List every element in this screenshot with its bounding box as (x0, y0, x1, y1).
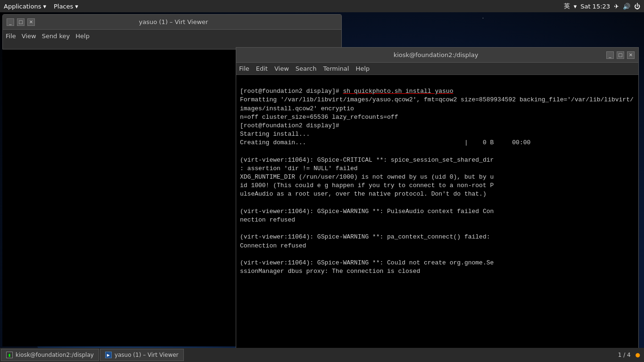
virt-viewer-close-button[interactable]: ✕ (27, 18, 35, 26)
taskbar-top: Applications ▾ Places ▾ 英 ▾ Sat 15:23 ✈ … (0, 0, 644, 12)
virt-viewer-content-area (2, 49, 238, 346)
virt-icon: ▶ (105, 352, 112, 358)
virt-viewer-menu-view[interactable]: View (22, 33, 36, 40)
output-warning-3: (virt-viewer:11064): GSpice-WARNING **: … (240, 259, 494, 275)
terminal-menu-help[interactable]: Help (355, 65, 370, 72)
taskbar-bottom: ▮ kiosk@foundation2:/display ▶ yasuo (1)… (0, 348, 644, 362)
places-arrow-icon: ▾ (75, 3, 78, 10)
virt-viewer-maximize-button[interactable]: □ (17, 18, 25, 26)
terminal-icon: ▮ (6, 352, 13, 358)
prompt-line-2: [root@foundation2 display]# (240, 122, 339, 129)
places-menu[interactable]: Places ▾ (50, 0, 82, 12)
virt-viewer-menu-help[interactable]: Help (75, 33, 90, 40)
command-highlighted: sh quickphoto.sh install yasuo (343, 88, 453, 95)
places-label: Places (54, 3, 73, 10)
terminal-menu-view[interactable]: View (274, 65, 289, 72)
terminal-titlebar: kiosk@foundation2:/display _ □ ✕ (236, 48, 638, 63)
output-warning-1: (virt-viewer:11064): GSpice-WARNING **: … (240, 208, 494, 223)
taskbar-virt-label: yasuo (1) – Virt Viewer (115, 352, 179, 358)
page-counter: 1 / 4 (618, 352, 631, 358)
virt-viewer-minimize-button[interactable]: _ (7, 18, 14, 26)
terminal-window: kiosk@foundation2:/display _ □ ✕ File Ed… (236, 47, 639, 358)
circle-indicator: ● (636, 352, 640, 358)
taskbar-virt-item[interactable]: ▶ yasuo (1) – Virt Viewer (100, 349, 184, 361)
prompt-line-1: [root@foundation2 display]# (240, 88, 343, 95)
applications-arrow-icon: ▾ (43, 3, 46, 10)
language-arrow-icon: ▾ (574, 3, 577, 10)
volume-icon[interactable]: 🔊 (623, 3, 630, 10)
terminal-minimize-button[interactable]: _ (606, 51, 614, 59)
virt-viewer-menu-sendkey[interactable]: Send key (42, 33, 70, 40)
terminal-menubar: File Edit View Search Terminal Help (236, 63, 638, 75)
taskbar-top-right: 英 ▾ Sat 15:23 ✈ 🔊 ⏻ (560, 2, 644, 10)
language-indicator[interactable]: 英 (564, 2, 570, 10)
taskbar-terminal-item[interactable]: ▮ kiosk@foundation2:/display (1, 349, 99, 361)
output-warning-2: (virt-viewer:11064): GSpice-WARNING **: … (240, 233, 490, 249)
output-xdg: XDG_RUNTIME_DIR (/run/user/1000) is not … (240, 173, 494, 197)
output-starting: Starting install... Creating domain... |… (240, 131, 530, 146)
airplane-icon: ✈ (614, 3, 619, 10)
virt-viewer-menu-file[interactable]: File (6, 33, 16, 40)
terminal-menu-file[interactable]: File (239, 65, 249, 72)
terminal-menu-terminal[interactable]: Terminal (323, 65, 349, 72)
applications-label: Applications (4, 3, 41, 10)
taskbar-page-info: 1 / 4 ● (618, 352, 643, 358)
terminal-menu-search[interactable]: Search (296, 65, 317, 72)
terminal-close-button[interactable]: ✕ (627, 51, 635, 59)
terminal-title: kiosk@foundation2:/display (265, 51, 606, 58)
terminal-content-area[interactable]: [root@foundation2 display]# sh quickphot… (236, 75, 638, 358)
virt-viewer-window-controls[interactable]: _ □ ✕ (7, 18, 35, 26)
clock: Sat 15:23 (580, 3, 610, 10)
virt-viewer-menubar: File View Send key Help (3, 30, 341, 42)
virt-viewer-title: yasuo (1) – Virt Viewer (35, 18, 312, 25)
terminal-menu-edit[interactable]: Edit (256, 65, 268, 72)
terminal-window-controls[interactable]: _ □ ✕ (606, 51, 635, 59)
virt-viewer-window: _ □ ✕ yasuo (1) – Virt Viewer File View … (2, 14, 342, 49)
power-icon[interactable]: ⏻ (634, 3, 640, 10)
taskbar-terminal-label: kiosk@foundation2:/display (16, 352, 94, 358)
output-critical: (virt-viewer:11064): GSpice-CRITICAL **:… (240, 156, 494, 172)
output-line-1: Formatting '/var/lib/libvirt/images/yasu… (240, 96, 634, 120)
applications-menu[interactable]: Applications ▾ (0, 0, 50, 12)
terminal-maximize-button[interactable]: □ (617, 51, 624, 59)
virt-viewer-titlebar: _ □ ✕ yasuo (1) – Virt Viewer (3, 15, 341, 30)
